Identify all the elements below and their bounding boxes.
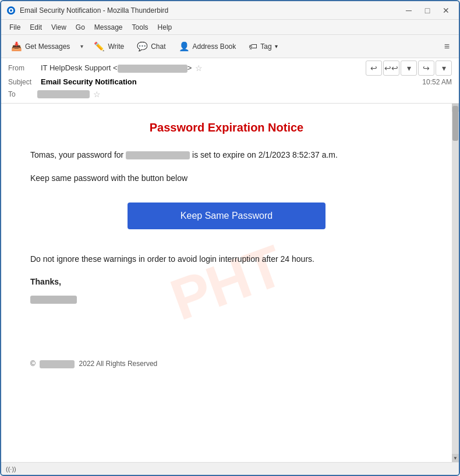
forward-icon: ↪ — [423, 63, 430, 73]
get-messages-icon: 📥 — [11, 41, 22, 52]
to-address-blurred — [37, 90, 90, 98]
chat-icon: 💬 — [137, 41, 148, 52]
status-icon: ((·)) — [6, 466, 16, 473]
to-row: To ☆ — [8, 88, 452, 101]
menu-go[interactable]: Go — [71, 22, 90, 33]
email-content: Password Expiration Notice Tomas, your p… — [1, 104, 452, 386]
scrollbar[interactable]: ▲ ▼ — [452, 104, 459, 462]
subject-label: Subject — [8, 78, 37, 86]
address-book-icon: 👤 — [179, 41, 190, 52]
window-title: Email Security Notification - Mozilla Th… — [20, 6, 401, 15]
write-button[interactable]: ✏️ Write — [89, 38, 129, 55]
menu-view[interactable]: View — [47, 22, 71, 33]
window-controls: ─ □ ✕ — [401, 4, 454, 17]
reply-all-button[interactable]: ↩↩ — [383, 61, 399, 76]
subject-value: Email Security Notification — [41, 77, 137, 86]
write-label: Write — [108, 42, 124, 51]
signature-area — [30, 296, 423, 327]
main-window: Email Security Notification - Mozilla Th… — [0, 0, 460, 476]
menu-tools[interactable]: Tools — [128, 22, 153, 33]
get-messages-label: Get Messages — [25, 42, 70, 51]
reply-all-icon: ↩↩ — [384, 63, 398, 73]
subject-left: Subject Email Security Notification — [8, 77, 137, 86]
email-heading: Password Expiration Notice — [30, 121, 423, 134]
from-value: IT HelpDesk Support < > — [41, 63, 192, 73]
menu-file[interactable]: File — [5, 22, 25, 33]
scrollbar-down-arrow[interactable]: ▼ — [452, 454, 459, 462]
email-body: PHT Password Expiration Notice Tomas, yo… — [1, 104, 452, 462]
header-actions: ↩ ↩↩ ▾ ↪ ▾ — [366, 61, 452, 76]
copyright-symbol: © — [30, 360, 36, 368]
email-body-scroll[interactable]: PHT Password Expiration Notice Tomas, yo… — [1, 104, 452, 462]
keep-same-paragraph: Keep same password with the button below — [30, 172, 423, 184]
para1-email-blurred — [126, 151, 190, 159]
title-bar: Email Security Notification - Mozilla Th… — [1, 1, 459, 20]
from-name-text: IT HelpDesk Support < — [41, 63, 118, 72]
more-actions-icon: ▾ — [442, 63, 446, 73]
chat-label: Chat — [151, 42, 165, 51]
menu-help[interactable]: Help — [153, 22, 177, 33]
tag-label: Tag — [260, 42, 271, 51]
signature-blurred — [30, 296, 77, 304]
from-row: From IT HelpDesk Support < > ☆ ↩ ↩↩ ▾ — [8, 61, 452, 76]
email-header: From IT HelpDesk Support < > ☆ ↩ ↩↩ ▾ — [1, 58, 459, 104]
footer-year: 2022 All Rights Reserved — [79, 360, 158, 368]
menu-edit[interactable]: Edit — [25, 22, 47, 33]
maximize-button[interactable]: □ — [419, 4, 436, 17]
to-star-icon[interactable]: ☆ — [93, 90, 101, 99]
footer-org-blurred — [40, 360, 75, 368]
to-label: To — [8, 90, 37, 98]
app-icon — [6, 5, 16, 16]
hamburger-button[interactable]: ≡ — [440, 39, 454, 54]
status-bar: ((·)) — [1, 462, 459, 475]
para1-start: Tomas, your password for — [30, 150, 126, 159]
get-messages-button[interactable]: 📥 Get Messages — [6, 38, 75, 55]
forward-button[interactable]: ↪ — [418, 61, 434, 76]
expiry-paragraph: Tomas, your password for is set to expir… — [30, 148, 423, 161]
tag-dropdown-arrow: ▾ — [275, 43, 278, 49]
scrollbar-thumb[interactable] — [452, 106, 458, 141]
from-email-blurred — [118, 65, 187, 73]
from-star-icon[interactable]: ☆ — [195, 63, 203, 73]
write-icon: ✏️ — [94, 41, 105, 52]
warning-paragraph: Do not ignore these warnings in order to… — [30, 253, 423, 265]
thanks-text: Thanks, — [30, 277, 423, 286]
from-bracket: > — [187, 63, 192, 72]
chat-button[interactable]: 💬 Chat — [132, 38, 171, 55]
menu-message[interactable]: Message — [90, 22, 128, 33]
email-time: 10:52 AM — [422, 78, 452, 86]
address-book-label: Address Book — [193, 42, 236, 51]
email-footer: © 2022 All Rights Reserved — [30, 350, 423, 368]
para1-end: is set to expire on 2/1/2023 8:52:37 a.m… — [190, 150, 338, 159]
from-left: From IT HelpDesk Support < > ☆ — [8, 63, 203, 73]
close-button[interactable]: ✕ — [438, 4, 454, 17]
reply-icon: ↩ — [370, 63, 377, 73]
reply-dropdown-button[interactable]: ▾ — [401, 61, 417, 76]
keep-same-password-button[interactable]: Keep Same Password — [128, 203, 325, 229]
tag-icon: 🏷 — [249, 41, 257, 51]
get-messages-dropdown[interactable]: ▾ — [77, 38, 86, 55]
address-book-button[interactable]: 👤 Address Book — [174, 38, 242, 55]
reply-button[interactable]: ↩ — [366, 61, 382, 76]
email-body-wrapper: PHT Password Expiration Notice Tomas, yo… — [1, 104, 459, 462]
reply-dropdown-icon: ▾ — [407, 63, 411, 73]
more-actions-button[interactable]: ▾ — [436, 61, 452, 76]
from-label: From — [8, 64, 37, 72]
svg-point-2 — [10, 9, 12, 12]
subject-row: Subject Email Security Notification 10:5… — [8, 76, 452, 88]
menu-bar: File Edit View Go Message Tools Help — [1, 20, 459, 35]
minimize-button[interactable]: ─ — [401, 4, 417, 17]
tag-button[interactable]: 🏷 Tag ▾ — [243, 38, 282, 55]
toolbar: 📥 Get Messages ▾ ✏️ Write 💬 Chat 👤 Addre… — [1, 35, 459, 58]
